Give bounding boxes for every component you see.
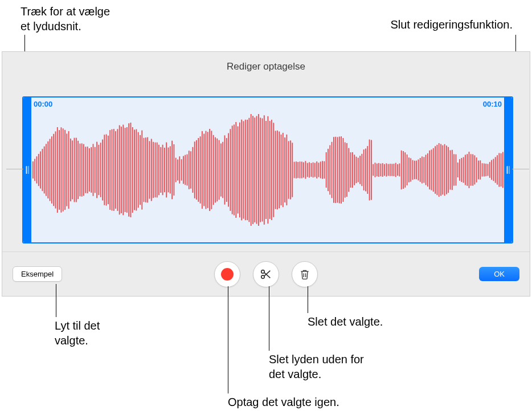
svg-rect-5 xyxy=(42,149,43,191)
svg-rect-17 xyxy=(64,130,66,210)
svg-rect-123 xyxy=(264,115,265,225)
svg-rect-29 xyxy=(87,147,88,193)
svg-rect-167 xyxy=(346,143,347,197)
svg-rect-121 xyxy=(260,117,261,222)
svg-rect-6 xyxy=(44,147,45,194)
selection-handle-right[interactable] xyxy=(504,98,512,242)
svg-rect-185 xyxy=(380,164,382,176)
svg-rect-36 xyxy=(100,143,101,197)
svg-rect-166 xyxy=(345,143,346,198)
svg-rect-26 xyxy=(81,143,83,196)
svg-rect-21 xyxy=(72,140,73,199)
delete-button[interactable] xyxy=(292,261,318,287)
svg-rect-144 xyxy=(303,163,304,178)
svg-rect-214 xyxy=(435,146,436,194)
svg-rect-18 xyxy=(66,133,67,206)
svg-rect-208 xyxy=(423,157,424,182)
svg-rect-51 xyxy=(128,123,129,217)
callout-end-editing: Slut redigeringsfunktion. xyxy=(390,17,513,32)
svg-rect-199 xyxy=(407,155,408,185)
svg-rect-132 xyxy=(281,135,282,205)
svg-rect-16 xyxy=(63,128,64,211)
svg-rect-207 xyxy=(421,156,423,183)
svg-rect-120 xyxy=(258,114,259,226)
trim-button[interactable] xyxy=(253,261,279,287)
svg-rect-201 xyxy=(410,158,411,181)
svg-rect-145 xyxy=(305,161,306,178)
svg-rect-69 xyxy=(162,145,163,195)
toolbar: Eksempel xyxy=(2,251,530,296)
svg-rect-249 xyxy=(501,153,502,186)
svg-rect-75 xyxy=(174,144,175,196)
svg-rect-28 xyxy=(85,147,86,193)
svg-rect-206 xyxy=(420,158,421,182)
svg-rect-246 xyxy=(495,157,496,182)
svg-rect-57 xyxy=(140,135,141,205)
svg-rect-226 xyxy=(457,163,459,177)
waveform-svg xyxy=(31,98,504,242)
svg-rect-176 xyxy=(363,149,365,190)
svg-rect-80 xyxy=(183,156,184,184)
svg-rect-238 xyxy=(480,160,481,180)
svg-rect-148 xyxy=(310,163,312,177)
svg-rect-96 xyxy=(213,135,214,205)
svg-rect-66 xyxy=(157,143,158,198)
svg-rect-81 xyxy=(185,155,186,185)
preview-button[interactable]: Eksempel xyxy=(13,266,62,282)
center-controls xyxy=(214,261,318,287)
svg-rect-46 xyxy=(119,125,120,215)
svg-rect-58 xyxy=(141,131,142,210)
svg-rect-163 xyxy=(339,137,340,204)
svg-rect-35 xyxy=(99,145,100,195)
callout-line xyxy=(308,286,308,313)
svg-rect-149 xyxy=(313,163,314,178)
svg-rect-86 xyxy=(194,141,195,198)
svg-rect-172 xyxy=(356,157,357,183)
svg-rect-164 xyxy=(341,136,342,204)
callout-delete-outside: Slet lyden uden for det valgte. xyxy=(269,352,364,381)
svg-rect-107 xyxy=(234,124,235,215)
svg-rect-151 xyxy=(316,161,317,178)
svg-rect-154 xyxy=(322,161,323,178)
svg-rect-143 xyxy=(301,161,302,178)
svg-rect-118 xyxy=(254,117,255,222)
svg-rect-68 xyxy=(160,147,161,193)
svg-rect-71 xyxy=(166,143,167,198)
svg-rect-39 xyxy=(106,135,107,206)
svg-rect-187 xyxy=(384,164,385,176)
panel-title: Rediger optagelse xyxy=(2,52,530,78)
svg-rect-88 xyxy=(198,138,199,202)
svg-rect-44 xyxy=(115,131,116,209)
selection-handle-left[interactable] xyxy=(23,98,31,242)
svg-rect-146 xyxy=(307,163,308,177)
svg-rect-236 xyxy=(476,157,477,182)
svg-rect-62 xyxy=(149,141,150,198)
svg-rect-38 xyxy=(104,135,105,205)
svg-rect-122 xyxy=(262,119,263,222)
record-button[interactable] xyxy=(214,261,240,287)
svg-rect-190 xyxy=(390,164,391,176)
svg-rect-130 xyxy=(277,131,278,209)
svg-rect-134 xyxy=(284,137,285,202)
svg-rect-91 xyxy=(203,134,204,206)
svg-rect-227 xyxy=(459,159,460,181)
svg-rect-197 xyxy=(403,151,404,189)
svg-rect-141 xyxy=(297,162,298,178)
scissors-icon xyxy=(260,268,272,281)
svg-rect-56 xyxy=(138,132,139,208)
svg-rect-157 xyxy=(328,149,329,191)
svg-rect-218 xyxy=(442,145,443,194)
svg-rect-211 xyxy=(429,151,430,189)
svg-rect-217 xyxy=(440,144,441,196)
waveform-area[interactable]: 00:00 00:10 xyxy=(22,96,513,243)
svg-rect-193 xyxy=(395,163,396,177)
svg-rect-72 xyxy=(168,148,169,193)
svg-rect-231 xyxy=(466,154,468,186)
svg-rect-98 xyxy=(216,139,218,201)
record-icon xyxy=(221,268,234,281)
svg-rect-87 xyxy=(196,140,197,200)
svg-rect-192 xyxy=(394,164,395,176)
svg-rect-234 xyxy=(472,154,473,185)
ok-button[interactable]: OK xyxy=(479,267,519,281)
svg-rect-152 xyxy=(318,163,320,177)
